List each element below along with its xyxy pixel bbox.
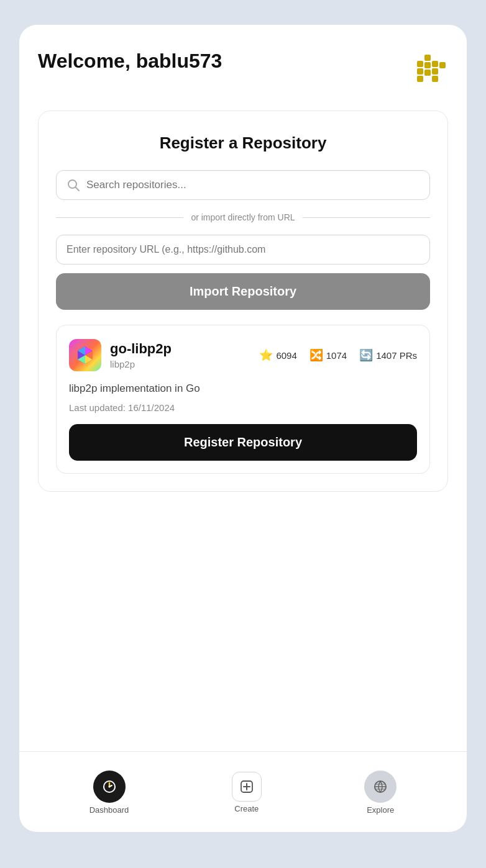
forks-stat: 🔀 1074 bbox=[309, 348, 347, 362]
create-icon-wrap bbox=[232, 772, 262, 802]
repo-org: libp2p bbox=[110, 359, 250, 369]
svg-rect-4 bbox=[424, 70, 431, 76]
search-input[interactable] bbox=[86, 179, 420, 191]
create-label: Create bbox=[234, 804, 259, 813]
url-input[interactable] bbox=[56, 235, 430, 264]
pr-icon: 🔄 bbox=[359, 348, 373, 362]
main-card: Welcome, bablu573 Register a Repository bbox=[19, 25, 467, 832]
nav-item-explore[interactable]: Explore bbox=[364, 771, 397, 815]
star-icon: ⭐ bbox=[259, 348, 273, 362]
prs-stat: 🔄 1407 PRs bbox=[359, 348, 417, 362]
stars-stat: ⭐ 6094 bbox=[259, 348, 296, 362]
explore-label: Explore bbox=[367, 805, 394, 815]
explore-icon-wrap bbox=[364, 771, 397, 803]
register-repository-button[interactable]: Register Repository bbox=[69, 424, 417, 461]
create-icon bbox=[239, 779, 254, 794]
header: Welcome, bablu573 bbox=[38, 50, 448, 86]
svg-rect-7 bbox=[439, 62, 446, 68]
svg-rect-3 bbox=[424, 62, 431, 68]
prs-count: 1407 PRs bbox=[376, 350, 417, 361]
repo-logo bbox=[69, 339, 101, 371]
nav-item-create[interactable]: Create bbox=[232, 772, 262, 813]
svg-line-11 bbox=[76, 188, 80, 191]
explore-icon bbox=[372, 779, 388, 795]
register-panel-title: Register a Repository bbox=[56, 133, 430, 153]
fork-icon: 🔀 bbox=[309, 348, 323, 362]
repo-stats-row: ⭐ 6094 🔀 1074 🔄 1407 PRs bbox=[259, 348, 417, 362]
svg-rect-6 bbox=[432, 68, 438, 75]
repo-updated: Last updated: 16/11/2024 bbox=[69, 402, 417, 413]
svg-rect-1 bbox=[417, 68, 423, 75]
forks-count: 1074 bbox=[326, 350, 347, 361]
svg-rect-0 bbox=[417, 61, 423, 67]
svg-rect-2 bbox=[424, 55, 431, 61]
dashboard-icon bbox=[101, 779, 117, 795]
import-repository-button[interactable]: Import Repository bbox=[56, 273, 430, 310]
dashboard-label: Dashboard bbox=[89, 805, 129, 815]
repo-header: go-libp2p libp2p ⭐ 6094 🔀 1074 🔄 1407 PR… bbox=[69, 339, 417, 371]
svg-rect-9 bbox=[432, 76, 438, 82]
repo-description: libp2p implementation in Go bbox=[69, 381, 417, 396]
svg-point-19 bbox=[108, 786, 110, 788]
repo-card: go-libp2p libp2p ⭐ 6094 🔀 1074 🔄 1407 PR… bbox=[56, 325, 430, 474]
welcome-title: Welcome, bablu573 bbox=[38, 50, 222, 73]
register-panel: Register a Repository or import directly… bbox=[38, 111, 448, 492]
svg-rect-8 bbox=[417, 76, 423, 82]
repo-name: go-libp2p bbox=[110, 341, 250, 357]
divider-right bbox=[303, 217, 430, 218]
dashboard-icon-wrap bbox=[93, 771, 126, 803]
search-icon bbox=[66, 178, 80, 192]
repo-info-main: go-libp2p libp2p bbox=[110, 341, 250, 369]
search-box bbox=[56, 170, 430, 200]
bottom-nav: Dashboard Create bbox=[19, 751, 467, 832]
app-logo-icon bbox=[412, 50, 448, 86]
nav-item-dashboard[interactable]: Dashboard bbox=[89, 771, 129, 815]
svg-rect-5 bbox=[432, 61, 438, 67]
divider-row: or import directly from URL bbox=[56, 212, 430, 222]
divider-text: or import directly from URL bbox=[191, 212, 295, 222]
divider-left bbox=[56, 217, 183, 218]
stars-count: 6094 bbox=[276, 350, 296, 361]
